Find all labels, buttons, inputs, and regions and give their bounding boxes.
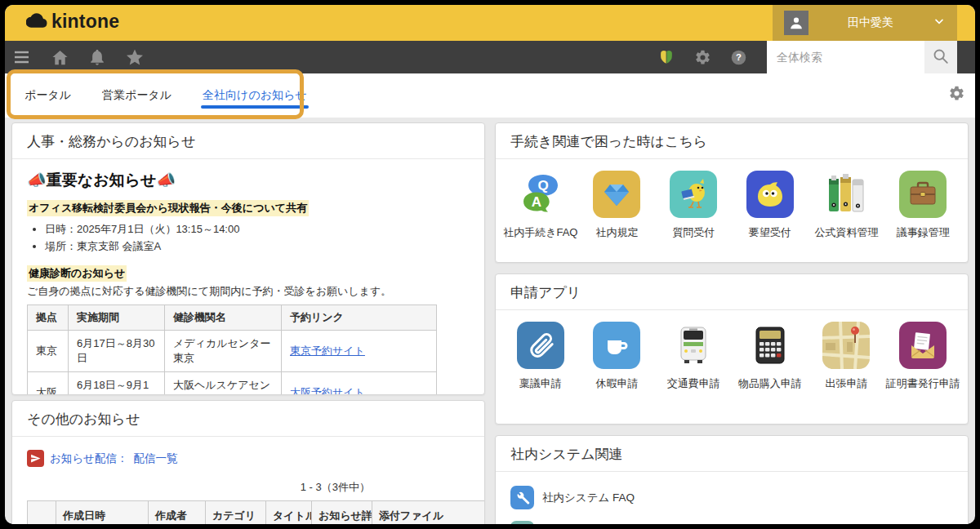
paper-plane-icon bbox=[27, 450, 44, 467]
col-header-site: 拠点 bbox=[28, 305, 69, 330]
panel-title: その他のお知らせ bbox=[12, 401, 484, 437]
search-icon bbox=[932, 47, 950, 68]
portal-settings-gear-icon[interactable] bbox=[948, 85, 965, 105]
app-goods-purchase[interactable]: 物品購入申請 bbox=[733, 322, 808, 392]
bird-face-icon bbox=[746, 171, 794, 218]
col-header-title: タイトル bbox=[266, 501, 312, 525]
app-label: 出張申請 bbox=[825, 376, 867, 392]
cell-site: 大阪 bbox=[28, 371, 69, 395]
app-internal-procedures-faq[interactable]: Q A 社内手続きFAQ bbox=[503, 171, 578, 241]
procedures-panel: 手続き関連で困った時はこちら Q A 社内手続きFAQ 社内規定 bbox=[495, 122, 969, 263]
panel-title: 人事・総務からのお知らせ bbox=[12, 123, 484, 159]
health-check-description: ご自身の拠点に対応する健診機関にて期間内に予約・受診をお願いします。 bbox=[27, 284, 470, 299]
tab-sales-portal[interactable]: 営業ポータル bbox=[102, 73, 172, 118]
svg-text:?: ? bbox=[736, 52, 742, 62]
col-header-attachment: 添付ファイル bbox=[372, 501, 485, 525]
col-header-reservation-link: 予約リンク bbox=[282, 305, 437, 330]
osaka-reservation-link[interactable]: 大阪予約サイト bbox=[290, 386, 365, 395]
user-menu[interactable]: 田中愛美 bbox=[773, 5, 957, 41]
kintone-logo[interactable]: kintone bbox=[26, 11, 119, 33]
other-news-table: 作成日時 作成者 カテゴリ タイトル お知らせ詳細 添付ファイル bbox=[27, 500, 485, 524]
search-button[interactable] bbox=[924, 41, 957, 73]
paperclip-icon bbox=[517, 322, 564, 369]
svg-text:Q: Q bbox=[537, 178, 548, 193]
tab-companywide-news[interactable]: 全社向けのお知らせ bbox=[203, 73, 307, 118]
cell-site: 東京 bbox=[28, 330, 69, 371]
app-internal-rules[interactable]: 社内規定 bbox=[579, 171, 654, 241]
svg-text:A: A bbox=[532, 194, 541, 210]
col-header-created-datetime: 作成日時 bbox=[56, 501, 149, 525]
briefcase-icon bbox=[899, 171, 947, 218]
delivery-list-link[interactable]: 配信一覧 bbox=[133, 451, 177, 466]
cell-organization: メディカルセンター東京 bbox=[165, 330, 282, 371]
user-avatar-icon bbox=[784, 11, 808, 35]
app-label: 交通費申請 bbox=[667, 376, 720, 392]
app-approval-request[interactable]: 稟議申請 bbox=[503, 322, 578, 392]
col-header-organization: 健診機関名 bbox=[165, 305, 282, 330]
app-label: 質問受付 bbox=[672, 224, 715, 241]
app-transportation-expense[interactable]: 交通費申請 bbox=[656, 322, 731, 392]
app-header: kintone 田中愛美 bbox=[5, 5, 975, 41]
col-header-period: 実施期間 bbox=[69, 305, 165, 330]
health-check-heading: 健康診断のお知らせ bbox=[27, 265, 127, 282]
panel-title: 申請アプリ bbox=[496, 274, 968, 310]
health-check-table: 拠点 実施期間 健診機関名 予約リンク 東京 6月17日～8月30日 メディカル… bbox=[27, 305, 437, 395]
tokyo-reservation-link[interactable]: 東京予約サイト bbox=[290, 345, 365, 357]
app-meeting-minutes[interactable]: 議事録管理 bbox=[885, 171, 960, 241]
coffee-cup-icon bbox=[593, 322, 640, 369]
office-move-place: 場所：東京支部 会議室A bbox=[45, 238, 470, 255]
app-label: 稟議申請 bbox=[519, 376, 562, 392]
news-delivery-app-label[interactable]: お知らせ配信： bbox=[50, 451, 127, 466]
logo-text: kintone bbox=[51, 11, 119, 33]
qa-bubbles-icon: Q A bbox=[517, 171, 564, 218]
notification-bell-icon[interactable] bbox=[87, 47, 108, 68]
sys-item-label: 社内システム FAQ bbox=[542, 491, 635, 505]
toolbar-left-group bbox=[5, 47, 145, 68]
app-label: 議事録管理 bbox=[897, 224, 950, 241]
tab-portal[interactable]: ポータル bbox=[24, 73, 71, 118]
app-label: 証明書発行申請 bbox=[886, 376, 960, 392]
record-pagination[interactable]: 1 - 3（3件中） bbox=[27, 480, 470, 495]
sys-item-internal-system-faq[interactable]: 社内システム FAQ bbox=[496, 480, 968, 515]
favorite-star-icon[interactable] bbox=[124, 47, 145, 68]
app-request-desk[interactable]: 要望受付 bbox=[733, 171, 808, 241]
other-news-panel: その他のお知らせ お知らせ配信： 配信一覧 1 - 3（3件中） 作成日時 作成… bbox=[11, 400, 485, 524]
home-icon[interactable] bbox=[49, 47, 70, 68]
cell-organization: 大阪ヘルスケアセンター bbox=[165, 371, 282, 395]
map-pin-icon bbox=[822, 322, 870, 369]
chevron-down-icon bbox=[933, 15, 946, 31]
app-label: 物品購入申請 bbox=[738, 376, 802, 392]
device-icon bbox=[510, 521, 534, 524]
app-label: 公式資料管理 bbox=[814, 224, 878, 241]
hamburger-menu-icon[interactable] bbox=[11, 47, 33, 68]
cell-period: 6月17日～8月30日 bbox=[69, 330, 165, 371]
cloud-icon bbox=[26, 12, 47, 32]
sys-item-it-help-desk[interactable]: IT相談窓口 bbox=[496, 515, 968, 524]
app-label: 要望受付 bbox=[749, 224, 791, 241]
table-row: 東京 6月17日～8月30日 メディカルセンター東京 東京予約サイト bbox=[28, 330, 437, 371]
app-certificate-issue[interactable]: 証明書発行申請 bbox=[885, 322, 960, 392]
news-delivery-app-row: お知らせ配信： 配信一覧 bbox=[27, 450, 470, 467]
app-question-desk[interactable]: 質問受付 bbox=[656, 171, 731, 241]
app-label: 社内手続きFAQ bbox=[503, 224, 577, 241]
gear-icon[interactable] bbox=[692, 47, 713, 68]
beginner-mark-icon[interactable] bbox=[656, 47, 677, 68]
user-name: 田中愛美 bbox=[820, 16, 921, 30]
app-vacation-request[interactable]: 休暇申請 bbox=[579, 322, 654, 392]
app-business-trip[interactable]: 出張申請 bbox=[808, 322, 884, 392]
hr-news-panel: 人事・総務からのお知らせ 📣重要なお知らせ📣 オフィス移転検討委員会から現状報告… bbox=[11, 122, 485, 395]
bird-laptop-icon bbox=[670, 171, 717, 218]
binders-icon bbox=[822, 171, 870, 218]
help-question-icon[interactable]: ? bbox=[728, 47, 749, 68]
important-notice-heading: 📣重要なお知らせ📣 bbox=[27, 170, 470, 191]
calculator-icon bbox=[746, 322, 794, 369]
app-label: 休暇申請 bbox=[595, 376, 638, 392]
app-official-documents[interactable]: 公式資料管理 bbox=[808, 171, 884, 241]
app-label: 社内規定 bbox=[595, 224, 638, 241]
train-icon bbox=[670, 322, 717, 369]
applications-panel: 申請アプリ 稟議申請 休暇申請 bbox=[495, 273, 969, 425]
search-input[interactable] bbox=[767, 41, 924, 73]
office-move-heading: オフィス移転検討委員会から現状報告・今後について共有 bbox=[27, 200, 309, 216]
col-header-author: 作成者 bbox=[149, 501, 206, 525]
col-header-category: カテゴリ bbox=[206, 501, 266, 525]
